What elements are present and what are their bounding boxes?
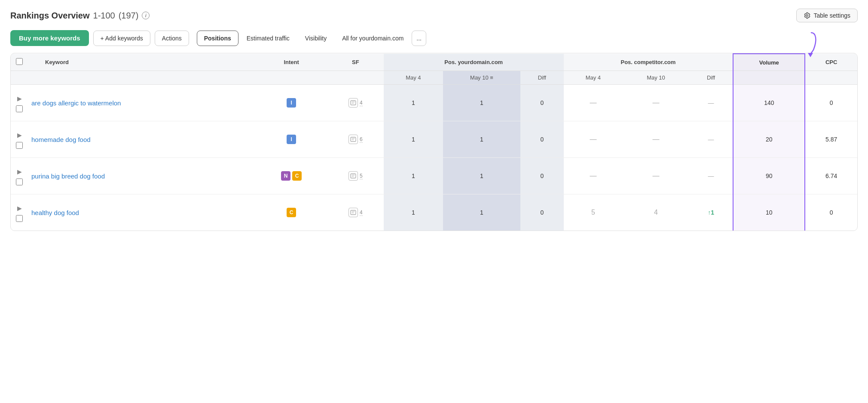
expand-button[interactable]: ▶ — [15, 203, 24, 213]
expand-button[interactable]: ▶ — [15, 130, 24, 140]
sf-icon — [348, 98, 358, 108]
keyword-cell: are dogs allergic to watermelon — [28, 85, 256, 121]
buy-keywords-button[interactable]: Buy more keywords — [10, 30, 89, 46]
expand-button[interactable]: ▶ — [15, 166, 24, 177]
subheader-pos-comp-may10: May 10 — [623, 71, 689, 85]
pos-yd-diff: 0 — [520, 121, 563, 158]
page-total: (197) — [119, 11, 139, 21]
subheader-keyword — [28, 71, 256, 85]
subheader-pos-yd-may4: May 4 — [384, 71, 443, 85]
pos-yd-may4: 1 — [384, 121, 443, 158]
sf-cell: 5 — [327, 158, 384, 194]
subheader-intent — [256, 71, 327, 85]
pos-comp-may10: — — [623, 158, 689, 194]
pos-yd-diff: 0 — [520, 194, 563, 231]
pos-yd-may4: 1 — [384, 194, 443, 231]
pos-comp-may10: 4 — [623, 194, 689, 231]
pos-comp-may10: — — [623, 85, 689, 121]
sf-count[interactable]: 4 — [360, 209, 363, 216]
subheader-pos-yd-diff: Diff — [520, 71, 563, 85]
keyword-link[interactable]: homemade dog food — [31, 136, 91, 143]
tab-positions[interactable]: Positions — [197, 31, 238, 46]
pos-yd-may4: 1 — [384, 158, 443, 194]
row-checkbox[interactable] — [16, 215, 23, 222]
tab-more[interactable]: ... — [412, 31, 426, 46]
volume-cell: 90 — [733, 158, 805, 194]
keyword-link[interactable]: are dogs allergic to watermelon — [31, 99, 121, 107]
col-sf-header: SF — [327, 54, 384, 71]
col-intent-header: Intent — [256, 54, 327, 71]
keyword-link[interactable]: healthy dog food — [31, 209, 79, 216]
expand-cell: ▶ — [11, 194, 28, 231]
intent-badge: C — [287, 208, 296, 217]
subheader-expand — [11, 71, 28, 85]
pos-yd-may10: 1 — [443, 158, 520, 194]
table-settings-button[interactable]: Table settings — [796, 9, 858, 22]
volume-cell: 20 — [733, 121, 805, 158]
select-all-checkbox[interactable] — [16, 58, 23, 65]
tab-all-domain[interactable]: All for yourdomain.com — [335, 31, 411, 46]
col-pos-yd-header: Pos. yourdomain.com — [384, 54, 563, 71]
sf-count[interactable]: 4 — [360, 100, 363, 106]
intent-cell: C — [256, 194, 327, 231]
keyword-cell: purina big breed dog food — [28, 158, 256, 194]
keyword-link[interactable]: purina big breed dog food — [31, 172, 105, 180]
rankings-table: Keyword Intent SF Pos. yourdomain.com Po… — [10, 53, 858, 231]
actions-button[interactable]: Actions — [155, 31, 189, 46]
pos-comp-may4: 5 — [564, 194, 623, 231]
intent-cell: I — [256, 85, 327, 121]
sf-count[interactable]: 5 — [360, 173, 363, 179]
pos-yd-may4: 1 — [384, 85, 443, 121]
sf-icon — [348, 208, 358, 217]
col-volume-header: Volume — [733, 54, 805, 71]
svg-rect-4 — [351, 210, 356, 215]
row-checkbox[interactable] — [16, 178, 23, 185]
pos-comp-diff: — — [689, 85, 734, 121]
cpc-cell: 0 — [805, 85, 857, 121]
svg-rect-2 — [351, 137, 356, 142]
add-keywords-button[interactable]: + Add keywords — [93, 31, 150, 46]
cpc-cell: 5.87 — [805, 121, 857, 158]
sf-cell: 6 — [327, 121, 384, 158]
subheader-volume — [733, 71, 805, 85]
table-row: ▶ healthy dog food C 4 1 1 0 5 4 ↑1 10 0 — [11, 194, 857, 231]
pos-comp-diff: — — [689, 158, 734, 194]
pos-yd-may10: 1 — [443, 194, 520, 231]
row-checkbox[interactable] — [16, 105, 23, 112]
subheader-pos-comp-diff: Diff — [689, 71, 734, 85]
table-row: ▶ are dogs allergic to watermelon I 4 1 … — [11, 85, 857, 121]
tab-visibility[interactable]: Visibility — [298, 31, 334, 46]
tab-estimated-traffic[interactable]: Estimated traffic — [239, 31, 297, 46]
table-row: ▶ purina big breed dog food NC 5 1 1 0 —… — [11, 158, 857, 194]
row-checkbox[interactable] — [16, 142, 23, 149]
page-range: 1-100 — [93, 11, 115, 21]
intent-cell: NC — [256, 158, 327, 194]
subheader-pos-yd-may10[interactable]: May 10 ≡ — [443, 71, 520, 85]
svg-rect-3 — [351, 174, 356, 178]
expand-cell: ▶ — [11, 121, 28, 158]
sf-cell: 4 — [327, 194, 384, 231]
view-tabs: Positions Estimated traffic Visibility A… — [197, 31, 426, 46]
intent-badge: C — [292, 171, 302, 181]
col-checkbox-header — [11, 54, 28, 71]
table-settings-label: Table settings — [813, 12, 850, 19]
subheader-pos-comp-may4: May 4 — [564, 71, 623, 85]
table-row: ▶ homemade dog food I 6 1 1 0 — — — 20 5… — [11, 121, 857, 158]
sf-count[interactable]: 6 — [360, 136, 363, 143]
col-cpc-header: CPC — [805, 54, 857, 71]
keyword-cell: healthy dog food — [28, 194, 256, 231]
keyword-cell: homemade dog food — [28, 121, 256, 158]
page-title: Rankings Overview — [10, 11, 90, 21]
info-icon[interactable]: i — [142, 12, 150, 19]
sf-cell: 4 — [327, 85, 384, 121]
pos-comp-diff: ↑1 — [689, 194, 734, 231]
intent-cell: I — [256, 121, 327, 158]
sf-icon — [348, 135, 358, 144]
pos-comp-may4: — — [564, 158, 623, 194]
volume-cell: 140 — [733, 85, 805, 121]
intent-badge: I — [287, 135, 296, 144]
intent-badge: N — [281, 171, 290, 181]
pos-comp-may10: — — [623, 121, 689, 158]
expand-button[interactable]: ▶ — [15, 93, 24, 104]
cpc-cell: 6.74 — [805, 158, 857, 194]
